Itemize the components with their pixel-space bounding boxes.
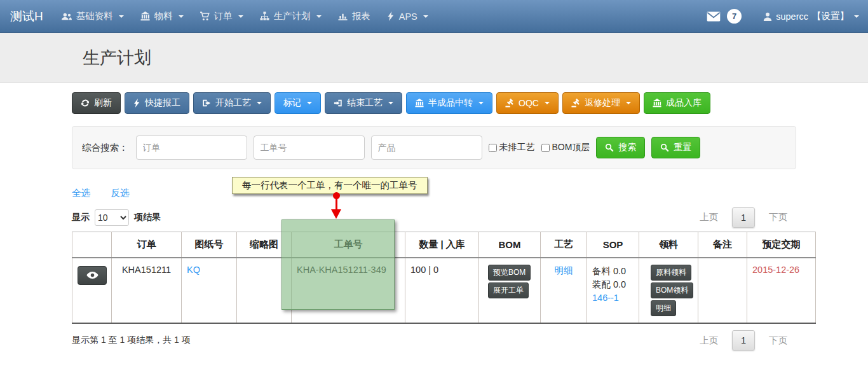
- button-label: 快捷报工: [145, 97, 180, 109]
- nav-item-label: 基础资料: [76, 10, 113, 22]
- cell-craft: 明细: [541, 258, 587, 323]
- header-drawing-no: 图纸号: [182, 232, 237, 258]
- nav-item-order[interactable]: 订单: [192, 0, 252, 33]
- finished-goods-inbound-button[interactable]: 成品入库: [644, 92, 710, 114]
- select-all-link[interactable]: 全选: [72, 188, 90, 198]
- nav-item-aps[interactable]: APS: [379, 0, 437, 33]
- expand-work-order-button[interactable]: 展开工单: [488, 282, 529, 298]
- header-remark: 备注: [698, 232, 747, 258]
- nav-item-basic-data[interactable]: 基础资料: [53, 0, 132, 33]
- table-header-row: 订单 图纸号 缩略图 工单号 数量 | 入库 BOM 工艺 SOP 领料 备注 …: [72, 232, 816, 258]
- sitemap-icon: [260, 11, 269, 21]
- current-page-button[interactable]: 1: [732, 207, 755, 228]
- nav-item-label: 订单: [214, 10, 233, 22]
- header-due-date: 预定交期: [747, 232, 816, 258]
- table-row: KHA151211 KQ KHA-KHA151211-349 100 | 0 预…: [72, 258, 816, 323]
- page-title: 生产计划: [72, 33, 796, 69]
- bom-picking-button[interactable]: BOM领料: [651, 282, 693, 298]
- caret-down-icon: [423, 15, 428, 18]
- caret-down-icon: [545, 102, 550, 104]
- cell-qty-in: 100 | 0: [405, 258, 479, 323]
- cell-bom: 预览BOM 展开工单: [479, 258, 541, 323]
- header-qty-in: 数量 | 入库: [405, 232, 479, 258]
- user-menu[interactable]: supercc 【设置】: [763, 10, 859, 22]
- nav-item-label: 生产计划: [274, 10, 311, 22]
- semi-finished-transfer-button[interactable]: 半成品中转: [406, 92, 492, 114]
- caret-down-icon: [478, 102, 484, 104]
- cell-sop: 备料 0.0 装配 0.0 146--1: [587, 258, 639, 323]
- bank-icon: [415, 99, 424, 108]
- cart-icon: [200, 11, 210, 21]
- user-icon: [763, 12, 772, 21]
- sop-assemble-line: 装配 0.0: [592, 278, 634, 291]
- next-page-button[interactable]: 下页: [760, 330, 796, 351]
- refresh-button[interactable]: 刷新: [72, 92, 121, 114]
- cell-remark: [698, 258, 747, 323]
- bolt-icon: [387, 11, 395, 21]
- header-material: 领料: [639, 232, 698, 258]
- mark-button[interactable]: 标记: [275, 92, 321, 114]
- end-process-button[interactable]: 结束工艺: [325, 92, 402, 114]
- next-page-button[interactable]: 下页: [760, 207, 796, 228]
- reset-button[interactable]: 重置: [651, 137, 700, 158]
- message-count-badge[interactable]: 7: [727, 9, 742, 24]
- gavel-icon: [505, 99, 514, 108]
- bank-icon: [653, 99, 661, 108]
- view-row-button[interactable]: [78, 266, 107, 285]
- top-navbar: 测试H 基础资料 物料 订单 生产计划 报表 APS 7 supercc 【设置…: [0, 0, 868, 33]
- caret-down-icon: [238, 15, 243, 18]
- button-label: 返修处理: [585, 97, 620, 109]
- gavel-icon: [571, 99, 580, 108]
- nav-item-material[interactable]: 物料: [132, 0, 192, 33]
- start-process-icon: [202, 99, 211, 108]
- rework-button[interactable]: 返修处理: [562, 92, 640, 114]
- nav-item-production-plan[interactable]: 生产计划: [252, 0, 330, 33]
- checkbox-input[interactable]: [489, 144, 497, 152]
- settings-link[interactable]: 【设置】: [812, 10, 849, 22]
- cell-material: 原料领料 BOM领料 明细: [639, 258, 698, 323]
- page-size-suffix: 项结果: [134, 212, 161, 223]
- page-header-band: 生产计划: [0, 33, 868, 83]
- bom-top-level-checkbox[interactable]: BOM顶层: [541, 142, 590, 153]
- users-icon: [62, 12, 72, 21]
- preview-bom-button[interactable]: 预览BOM: [488, 265, 531, 281]
- work-order-table: 订单 图纸号 缩略图 工单号 数量 | 入库 BOM 工艺 SOP 领料 备注 …: [72, 232, 816, 324]
- prev-page-button[interactable]: 上页: [691, 207, 727, 228]
- checkbox-input[interactable]: [541, 144, 550, 152]
- drawing-no-link[interactable]: KQ: [187, 265, 200, 275]
- sop-link[interactable]: 146--1: [592, 293, 619, 303]
- craft-detail-link[interactable]: 明细: [555, 265, 573, 275]
- caret-down-icon: [119, 15, 124, 18]
- picking-detail-button[interactable]: 明细: [651, 300, 676, 316]
- button-label: 开始工艺: [215, 97, 251, 109]
- cell-thumbnail: [237, 258, 292, 323]
- oqc-button[interactable]: OQC: [496, 92, 559, 114]
- cell-work-order: KHA-KHA151211-349: [292, 258, 405, 323]
- work-order-search-input[interactable]: [254, 136, 365, 160]
- start-process-button[interactable]: 开始工艺: [193, 92, 271, 114]
- envelope-icon[interactable]: [707, 11, 721, 22]
- unscheduled-process-checkbox[interactable]: 未排工艺: [489, 142, 535, 153]
- header-select: [72, 232, 112, 258]
- quick-report-button[interactable]: 快捷报工: [125, 92, 189, 114]
- search-button[interactable]: 搜索: [596, 137, 645, 158]
- selection-links: 全选 反选: [72, 187, 796, 199]
- order-search-input[interactable]: [136, 136, 247, 160]
- search-label: 综合搜索：: [82, 142, 128, 154]
- current-page-button[interactable]: 1: [732, 330, 755, 351]
- page-size-prefix: 显示: [72, 212, 90, 223]
- nav-item-report[interactable]: 报表: [330, 0, 379, 33]
- prev-page-button[interactable]: 上页: [691, 330, 727, 351]
- cell-drawing-no: KQ: [182, 258, 237, 323]
- brand-link[interactable]: 测试H: [10, 8, 43, 25]
- product-search-input[interactable]: [371, 136, 482, 160]
- page-size-select[interactable]: 10: [95, 209, 129, 226]
- results-summary: 显示第 1 至 1 项结果，共 1 项: [72, 335, 191, 346]
- caret-down-icon: [179, 15, 184, 18]
- caret-down-icon: [388, 102, 393, 104]
- button-label: 结束工艺: [347, 97, 383, 109]
- work-order-number: KHA-KHA151211-349: [297, 265, 386, 275]
- raw-material-picking-button[interactable]: 原料领料: [651, 265, 691, 281]
- button-label: 搜索: [618, 142, 636, 153]
- invert-selection-link[interactable]: 反选: [111, 188, 129, 198]
